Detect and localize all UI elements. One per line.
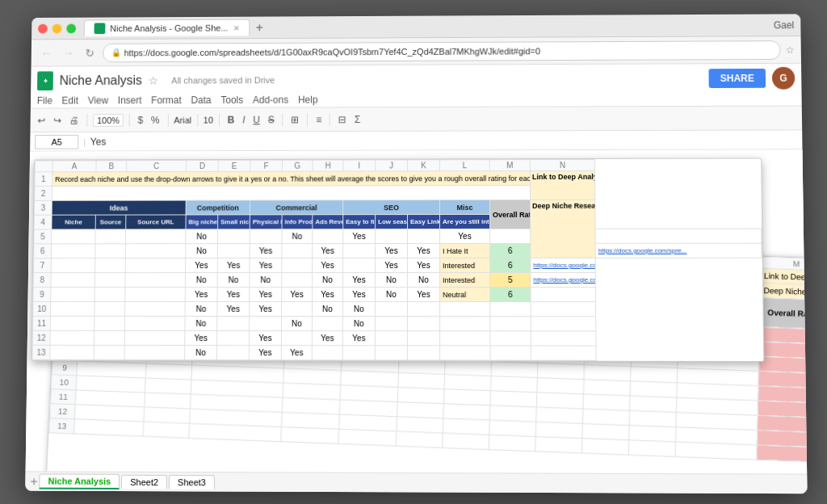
sheet-front: A B C D E F G H I J K L — [27, 158, 806, 362]
minimize-button[interactable] — [52, 23, 62, 33]
sheet-tab-niche-analysis[interactable]: Niche Analysis — [40, 473, 120, 489]
separator4 — [197, 113, 198, 126]
title-bar: Niche Analysis - Google She... ✕ + Gael — [31, 14, 801, 40]
address-actions: ☆ — [786, 44, 795, 56]
table-row: 13 No Yes Yes — [32, 345, 763, 360]
italic-button[interactable]: I — [240, 112, 247, 127]
menu-edit[interactable]: Edit — [61, 94, 78, 108]
table-row: 3 Ideas Competition Commercial SEO Misc … — [34, 200, 761, 215]
separator — [86, 114, 87, 127]
sheets-logo: ✦ — [37, 71, 53, 90]
menu-view[interactable]: View — [88, 94, 109, 108]
table-row: 2 — [35, 185, 762, 200]
menu-addons[interactable]: Add-ons — [253, 93, 288, 107]
share-button[interactable]: SHARE — [708, 69, 766, 88]
table-row: 1 Record each niche and use the drop-dow… — [35, 170, 761, 187]
close-button[interactable] — [38, 23, 48, 33]
maximize-button[interactable] — [66, 23, 76, 33]
secure-icon: 🔒 — [111, 48, 121, 57]
sheets-title-row: ✦ Niche Analysis ☆ All changes saved in … — [37, 67, 795, 92]
source-url-cell[interactable] — [126, 229, 186, 244]
undo-button[interactable]: ↩ — [35, 113, 48, 128]
niche-col-header: Niche — [52, 215, 95, 229]
separator5 — [219, 113, 220, 126]
merge-cells-button[interactable]: ⊞ — [289, 112, 302, 127]
sheet-tab-sheet3[interactable]: Sheet3 — [169, 475, 215, 489]
document-title[interactable]: Niche Analysis — [60, 74, 142, 88]
source-cell[interactable] — [95, 229, 126, 244]
data-cell[interactable]: No — [282, 229, 313, 244]
separator6 — [283, 113, 283, 126]
small-niche-col-header: Small niche sites? — [218, 215, 250, 229]
table-row: 7 Yes Yes Yes Yes Yes — [33, 258, 762, 272]
ideas-group-header: Ideas — [52, 200, 186, 215]
strikethrough-button[interactable]: S — [266, 112, 277, 127]
table-row: 5 No No Yes — [34, 229, 762, 244]
tab-bar: Niche Analysis - Google She... ✕ + — [84, 16, 774, 36]
menu-tools[interactable]: Tools — [220, 93, 243, 107]
tab-close-icon[interactable]: ✕ — [233, 23, 239, 32]
overall-rating-header: Overall Rating — [489, 200, 530, 229]
star-icon[interactable]: ☆ — [149, 74, 159, 87]
align-left-button[interactable]: ≡ — [313, 112, 324, 127]
misc-group-header: Misc — [439, 200, 489, 215]
percent-button[interactable]: % — [149, 112, 162, 127]
ads-col-header: Ads Revenue? — [313, 215, 343, 229]
menu-help[interactable]: Help — [298, 93, 318, 107]
table-row: 6 No Yes Yes Yes Y — [34, 243, 762, 258]
new-tab-button[interactable]: + — [251, 20, 268, 35]
font-size[interactable]: 10 — [204, 115, 213, 124]
cell-reference-input[interactable] — [35, 134, 78, 149]
table-row: 9 Yes Yes Yes Yes Yes Yes No — [33, 288, 762, 302]
url-bar[interactable]: 🔒 https://docs.google.com/spreadsheets/d… — [103, 40, 781, 62]
font-name[interactable]: Arial — [174, 115, 191, 124]
forward-button[interactable]: → — [60, 44, 78, 61]
menu-format[interactable]: Format — [151, 93, 182, 107]
sheets-toolbar: ↩ ↪ 🖨 100% $ % Arial 10 B I U S ⊞ ≡ ⊟ Σ — [30, 107, 802, 133]
user-avatar: G — [772, 67, 796, 90]
sheet-tab-sheet2[interactable]: Sheet2 — [121, 475, 167, 489]
function-button[interactable]: Σ — [352, 112, 363, 127]
formula-separator: | — [83, 136, 86, 146]
refresh-button[interactable]: ↻ — [82, 44, 98, 61]
source-url-col-header: Source URL — [126, 215, 186, 229]
tab-title: Niche Analysis - Google She... — [110, 23, 228, 33]
spreadsheet-area: A B C D E F G H I J K L M — [26, 149, 808, 473]
menu-bar: File Edit View Insert Format Data Tools … — [37, 91, 796, 108]
redo-button[interactable]: ↪ — [51, 113, 64, 128]
browser-tab[interactable]: Niche Analysis - Google She... ✕ — [84, 19, 250, 37]
profile-label: Gael — [774, 19, 795, 31]
deep-niche-link-cell: Deep Niche Research Sheet — [531, 200, 596, 258]
niche-cell[interactable] — [52, 229, 96, 244]
menu-data[interactable]: Data — [191, 93, 211, 107]
competition-group-header: Competition — [186, 200, 250, 215]
separator2 — [129, 114, 130, 127]
formula-content[interactable]: Yes — [90, 136, 106, 147]
table-row: 10 No Yes Yes No No — [33, 301, 762, 316]
add-sheet-button[interactable]: + — [30, 474, 38, 489]
traffic-lights — [38, 23, 76, 33]
filter-button[interactable]: ⊟ — [336, 112, 349, 127]
bold-button[interactable]: B — [225, 112, 237, 127]
link-to-deep-cell: Link to Deep Analysis sheets below. — [530, 170, 594, 200]
zoom-level[interactable]: 100% — [93, 114, 124, 127]
bookmark-icon[interactable]: ☆ — [786, 44, 795, 56]
menu-insert[interactable]: Insert — [118, 93, 142, 107]
separator3 — [167, 113, 168, 126]
table-row: 12 Yes Yes Yes Yes — [32, 330, 762, 346]
url-text: https://docs.google.com/spreadsheets/d/1… — [124, 46, 540, 57]
currency-button[interactable]: $ — [136, 113, 146, 128]
print-button[interactable]: 🖨 — [67, 113, 82, 128]
physical-col-header: Physical Products? — [250, 215, 282, 229]
big-niche-cell[interactable]: No — [186, 229, 218, 244]
separator7 — [307, 113, 308, 126]
table-row: 4 Niche Source Source URL Big niche site… — [34, 214, 762, 229]
seasonality-col-header: Low seasonality? — [376, 215, 408, 229]
back-button[interactable]: ← — [38, 45, 56, 61]
table-row: 11 No No No — [32, 316, 762, 331]
menu-file[interactable]: File — [37, 94, 52, 108]
sheets-appbar: ✦ Niche Analysis ☆ All changes saved in … — [31, 64, 802, 109]
save-status: All changes saved in Drive — [171, 75, 275, 85]
keywords-col-header: Easy to find Keywords? — [343, 215, 376, 229]
underline-button[interactable]: U — [250, 112, 262, 127]
